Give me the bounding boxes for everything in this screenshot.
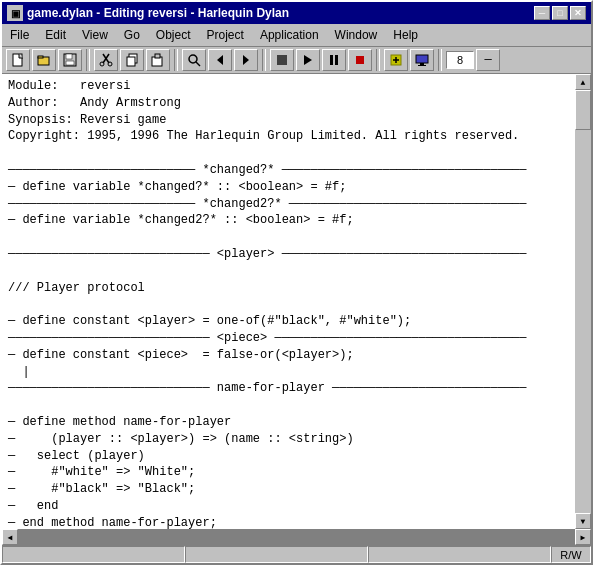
monitor-button[interactable] [410,49,434,71]
scrollbar-thumb[interactable] [575,90,591,130]
code-line: ─ define constant <piece> = false-or(<pl… [8,347,569,364]
code-line: Copyright: 1995, 1996 The Harlequin Grou… [8,128,569,145]
menu-window[interactable]: Window [327,26,386,44]
debug-button[interactable] [384,49,408,71]
code-line: ─ end method name-for-player; [8,515,569,529]
zoom-input[interactable] [446,51,474,69]
code-line [8,397,569,414]
menu-edit[interactable]: Edit [37,26,74,44]
scrollbar-track[interactable] [575,90,591,513]
separator-1 [86,49,90,71]
play-button[interactable] [296,49,320,71]
code-line: ────────────────────────── *changed2?* ─… [8,196,569,213]
code-line: ──────────────────────────── <player> ──… [8,246,569,263]
pause-button[interactable] [322,49,346,71]
find-button[interactable] [182,49,206,71]
stop-button[interactable] [348,49,372,71]
svg-rect-13 [155,54,160,58]
cut-button[interactable] [94,49,118,71]
close-button[interactable]: ✕ [570,6,586,20]
status-rw: R/W [551,546,591,563]
code-line: ─ define constant <player> = one-of(#"bl… [8,313,569,330]
menu-view[interactable]: View [74,26,116,44]
svg-rect-4 [66,54,72,59]
status-section-1 [2,546,185,563]
scroll-down-button[interactable]: ▼ [575,513,591,529]
save-button[interactable] [58,49,82,71]
main-window: ▣ game.dylan - Editing reversi - Harlequ… [0,0,593,565]
title-bar: ▣ game.dylan - Editing reversi - Harlequ… [2,2,591,24]
svg-rect-26 [416,55,428,63]
scroll-left-button[interactable]: ◀ [2,529,18,545]
separator-3 [262,49,266,71]
code-line: ─ define variable *changed?* :: <boolean… [8,179,569,196]
minimize-button[interactable]: ─ [534,6,550,20]
maximize-button[interactable]: □ [552,6,568,20]
title-bar-controls: ─ □ ✕ [534,6,586,20]
forward-button[interactable] [234,49,258,71]
content-area: Module: reversi Author: Andy Armstrong S… [2,74,591,529]
open-button[interactable] [32,49,56,71]
code-line: ──────────────────────────── <piece> ───… [8,330,569,347]
menu-object[interactable]: Object [148,26,199,44]
toolbar: ─ [2,47,591,74]
code-line: | [8,364,569,381]
scroll-right-button[interactable]: ▶ [575,529,591,545]
scrollbar-h-track[interactable] [18,529,575,545]
svg-marker-16 [217,55,223,65]
editor-area: Module: reversi Author: Andy Armstrong S… [2,74,575,529]
code-line [8,296,569,313]
svg-rect-22 [356,56,364,64]
status-section-3 [368,546,551,563]
vertical-scrollbar[interactable]: ▲ ▼ [575,74,591,529]
menu-application[interactable]: Application [252,26,327,44]
menu-go[interactable]: Go [116,26,148,44]
code-line: Author: Andy Armstrong [8,95,569,112]
horizontal-scrollbar[interactable]: ◀ ▶ [2,529,591,545]
menu-help[interactable]: Help [385,26,426,44]
window-title: game.dylan - Editing reversi - Harlequin… [27,6,289,20]
code-line: ─ select (player) [8,448,569,465]
status-bar: R/W [2,545,591,563]
separator-2 [174,49,178,71]
svg-rect-20 [330,55,333,65]
code-line: Module: reversi [8,78,569,95]
svg-marker-19 [304,55,312,65]
back-button[interactable] [208,49,232,71]
scroll-up-button[interactable]: ▲ [575,74,591,90]
separator-4 [376,49,380,71]
svg-rect-21 [335,55,338,65]
code-line [8,229,569,246]
svg-rect-27 [420,63,424,65]
code-line: ─ #"white" => "White"; [8,464,569,481]
code-line: ─ #"black" => "Black"; [8,481,569,498]
code-line [8,263,569,280]
code-line [8,145,569,162]
bottom-bar: ◀ ▶ [2,529,591,545]
code-line: /// Player protocol [8,280,569,297]
title-bar-left: ▣ game.dylan - Editing reversi - Harlequ… [7,5,289,21]
svg-point-9 [108,62,112,66]
menu-file[interactable]: File [2,26,37,44]
svg-point-8 [100,62,104,66]
zoom-out-button[interactable]: ─ [476,49,500,71]
svg-rect-5 [66,61,74,65]
code-line: ─ define method name-for-player [8,414,569,431]
paste-button[interactable] [146,49,170,71]
code-line: ────────────────────────── *changed?* ──… [8,162,569,179]
menu-project[interactable]: Project [199,26,252,44]
app-icon: ▣ [7,5,23,21]
svg-marker-17 [243,55,249,65]
copy-button[interactable] [120,49,144,71]
code-line: ─ (player :: <player>) => (name :: <stri… [8,431,569,448]
code-editor[interactable]: Module: reversi Author: Andy Armstrong S… [2,74,575,529]
code-line: ──────────────────────────── name-for-pl… [8,380,569,397]
block-button[interactable] [270,49,294,71]
svg-rect-2 [38,56,43,58]
svg-rect-28 [418,65,426,66]
code-line: Synopsis: Reversi game [8,112,569,129]
separator-5 [438,49,442,71]
new-button[interactable] [6,49,30,71]
menu-bar: File Edit View Go Object Project Applica… [2,24,591,47]
svg-rect-11 [127,57,135,66]
